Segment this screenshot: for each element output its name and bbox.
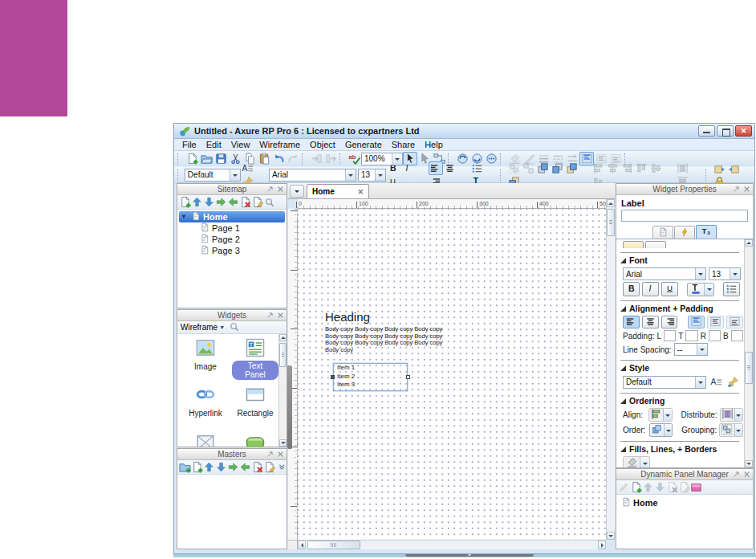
canvas-vertical-scrollbar[interactable] xyxy=(606,199,615,540)
sitemap-item-page2[interactable]: Page 2 xyxy=(177,234,287,245)
style-edit-icon[interactable]: A xyxy=(241,161,255,175)
distribute-horizontal-icon[interactable] xyxy=(676,161,690,175)
menu-share[interactable]: Share xyxy=(387,139,420,151)
menu-generate[interactable]: Generate xyxy=(340,139,387,151)
maximize-button[interactable] xyxy=(717,125,734,137)
align-right-button[interactable] xyxy=(661,316,678,328)
line-style-icon[interactable] xyxy=(551,152,565,165)
align-left-button[interactable] xyxy=(623,316,640,328)
close-icon[interactable] xyxy=(742,470,751,479)
widget-category-select[interactable]: Wireframe xyxy=(181,323,217,332)
close-icon[interactable] xyxy=(275,450,285,459)
new-page-icon[interactable] xyxy=(185,152,199,165)
valign-top-button[interactable] xyxy=(688,316,705,328)
canvas-body-copy-widget[interactable]: Body copy Body copy Body copy Body copy … xyxy=(325,326,445,353)
minimize-button[interactable] xyxy=(698,125,715,137)
popout-icon[interactable] xyxy=(265,185,274,194)
align-right-edges-icon[interactable] xyxy=(620,161,635,175)
label-input[interactable] xyxy=(621,210,748,222)
move-down-icon[interactable] xyxy=(203,196,215,208)
move-up-icon[interactable] xyxy=(642,481,654,493)
tab-formatting[interactable]: Ta xyxy=(696,225,717,239)
close-icon[interactable] xyxy=(275,185,285,194)
align-left-edges-icon[interactable] xyxy=(591,161,606,175)
edit-panel-icon[interactable] xyxy=(618,481,630,493)
sitemap-item-home[interactable]: ▾ Home xyxy=(179,211,285,222)
widget-text-panel[interactable]: T Text Panel xyxy=(232,337,278,381)
panel-state-icon[interactable] xyxy=(690,481,702,493)
move-up-icon[interactable] xyxy=(191,196,203,208)
delete-page-icon[interactable] xyxy=(251,461,263,473)
align-middles-v-icon[interactable] xyxy=(649,161,664,175)
expander-icon[interactable]: ▾ xyxy=(182,214,189,220)
bullet-list-icon[interactable] xyxy=(470,161,485,175)
alignment-section-header[interactable]: Alignment + Padding xyxy=(620,300,739,313)
add-panel-icon[interactable] xyxy=(630,481,642,493)
widget-placeholder[interactable] xyxy=(182,432,229,447)
menu-wireframe[interactable]: Wireframe xyxy=(254,139,305,151)
outdent-icon[interactable] xyxy=(227,196,239,208)
properties-scrollbar[interactable] xyxy=(744,239,753,467)
font-color-button[interactable]: T xyxy=(687,283,714,296)
tab-annotations[interactable] xyxy=(652,226,673,239)
canvas-list-widget-selected[interactable]: Item 1 Item 2 Item 3 xyxy=(333,363,408,391)
arrow-style-icon[interactable] xyxy=(565,152,579,165)
delete-page-icon[interactable] xyxy=(666,481,678,493)
dpm-item-home[interactable]: Home xyxy=(616,497,753,508)
align-center-icon[interactable] xyxy=(443,161,457,175)
unlock-icon[interactable] xyxy=(727,161,742,175)
style-edit-icon[interactable]: A xyxy=(709,375,723,389)
font-size-combo[interactable]: 13 xyxy=(358,169,386,182)
distribute-button[interactable] xyxy=(720,408,743,422)
tab-home[interactable]: Home ✕ xyxy=(307,184,369,198)
sitemap-item-page3[interactable]: Page 3 xyxy=(177,245,287,256)
close-icon[interactable] xyxy=(275,311,285,320)
clipped-button-icon[interactable] xyxy=(645,241,666,248)
edit-page-icon[interactable] xyxy=(251,196,263,208)
fill-color-button[interactable] xyxy=(623,456,650,467)
bullet-list-button[interactable] xyxy=(723,282,740,296)
delete-page-icon[interactable] xyxy=(239,196,251,208)
menu-view[interactable]: View xyxy=(226,139,255,151)
export-icon[interactable] xyxy=(323,152,338,165)
fills-section-header[interactable]: Fills, Lines, + Borders xyxy=(620,441,739,454)
splitter-handle[interactable] xyxy=(287,365,292,449)
font-size-combo[interactable]: 13 xyxy=(709,267,741,280)
widget-rectangle[interactable]: Rectangle xyxy=(232,384,278,419)
close-button[interactable] xyxy=(735,125,752,137)
wireframe-canvas[interactable]: Heading Body copy Body copy Body copy Bo… xyxy=(298,209,606,540)
edit-page-icon[interactable] xyxy=(263,461,275,473)
align-left-icon[interactable] xyxy=(429,161,443,175)
import-icon[interactable] xyxy=(309,152,323,165)
grouping-button[interactable] xyxy=(719,423,743,437)
canvas-horizontal-scrollbar[interactable] xyxy=(298,540,606,549)
more-icon[interactable] xyxy=(275,461,287,473)
canvas-heading-widget[interactable]: Heading xyxy=(325,310,370,324)
widget-hyperlink[interactable]: Hyperlink xyxy=(182,384,229,419)
menu-help[interactable]: Help xyxy=(420,139,448,151)
font-family-combo[interactable]: Arial xyxy=(623,267,706,280)
bold-button[interactable]: B xyxy=(623,282,640,296)
underline-button[interactable]: U xyxy=(661,282,678,296)
outdent-icon[interactable] xyxy=(239,461,251,473)
spellcheck-icon[interactable]: ab xyxy=(347,152,361,165)
padding-left-input[interactable] xyxy=(664,330,676,341)
open-icon[interactable] xyxy=(199,152,213,165)
add-master-icon[interactable] xyxy=(191,461,203,473)
zoom-combo[interactable]: 100% xyxy=(361,153,403,165)
resize-handle-left[interactable] xyxy=(331,375,335,379)
group-icon[interactable] xyxy=(507,161,522,175)
search-icon[interactable] xyxy=(230,322,239,333)
popout-icon[interactable] xyxy=(731,185,741,194)
align-objects-button[interactable] xyxy=(648,408,672,422)
popout-icon[interactable] xyxy=(265,311,274,320)
widget-button[interactable] xyxy=(232,432,278,447)
widget-image[interactable]: Image xyxy=(182,337,229,373)
padding-top-input[interactable] xyxy=(685,330,697,341)
move-down-icon[interactable] xyxy=(215,461,227,473)
format-painter-icon[interactable] xyxy=(726,375,740,389)
indent-icon[interactable] xyxy=(215,196,227,208)
clipped-button-icon[interactable] xyxy=(623,241,644,248)
popout-icon[interactable] xyxy=(731,470,741,479)
font-section-header[interactable]: Font xyxy=(620,252,739,265)
